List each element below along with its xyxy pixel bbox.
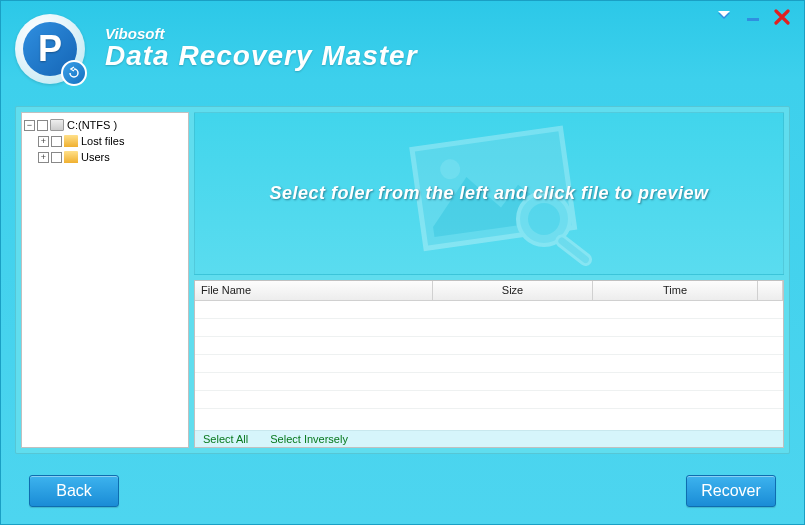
header: P Vibosoft Data Recovery Master: [1, 1, 804, 96]
tree-label: C:(NTFS ): [67, 119, 117, 131]
column-header-time[interactable]: Time: [593, 281, 758, 301]
tree-checkbox[interactable]: [51, 136, 62, 147]
svg-point-5: [528, 203, 560, 235]
main-panel: − C:(NTFS ) + Lost files + Users: [15, 106, 790, 454]
table-header: File Name Size Time: [195, 281, 783, 301]
recover-button[interactable]: Recover: [686, 475, 776, 507]
column-header-filename[interactable]: File Name: [195, 281, 433, 301]
table-row: [195, 391, 783, 409]
select-all-link[interactable]: Select All: [203, 433, 248, 445]
app-logo: P: [15, 14, 85, 84]
minimize-button[interactable]: [746, 11, 760, 23]
tree-child-row[interactable]: + Users: [24, 149, 186, 165]
file-table: File Name Size Time Select All Select In…: [194, 280, 784, 448]
close-button[interactable]: [774, 9, 790, 25]
footer: Back Recover: [1, 458, 804, 524]
select-inversely-link[interactable]: Select Inversely: [270, 433, 348, 445]
svg-rect-6: [555, 234, 593, 267]
tree-checkbox[interactable]: [37, 120, 48, 131]
tree-root-row[interactable]: − C:(NTFS ): [24, 117, 186, 133]
banner-message: Select foler from the left and click fil…: [259, 183, 718, 204]
folder-icon: [64, 151, 78, 163]
tree-checkbox[interactable]: [51, 152, 62, 163]
tree-label: Lost files: [81, 135, 124, 147]
selection-bar: Select All Select Inversely: [195, 430, 783, 447]
table-row: [195, 301, 783, 319]
titlebar-controls: [716, 9, 790, 25]
tree-label: Users: [81, 151, 110, 163]
table-row: [195, 319, 783, 337]
tree-child-row[interactable]: + Lost files: [24, 133, 186, 149]
svg-rect-0: [747, 18, 759, 21]
collapse-icon[interactable]: −: [24, 120, 35, 131]
dropdown-button[interactable]: [716, 11, 732, 23]
folder-tree[interactable]: − C:(NTFS ) + Lost files + Users: [21, 112, 189, 448]
column-header-size[interactable]: Size: [433, 281, 593, 301]
logo-letter: P: [38, 28, 62, 70]
table-row: [195, 337, 783, 355]
app-window: P Vibosoft Data Recovery Master − C:(NTF…: [0, 0, 805, 525]
app-title: Data Recovery Master: [105, 40, 418, 72]
table-body[interactable]: [195, 301, 783, 430]
table-row: [195, 355, 783, 373]
right-pane: Select foler from the left and click fil…: [194, 112, 784, 448]
expand-icon[interactable]: +: [38, 136, 49, 147]
drive-icon: [50, 119, 64, 131]
preview-banner: Select foler from the left and click fil…: [194, 112, 784, 275]
table-row: [195, 373, 783, 391]
folder-icon: [64, 135, 78, 147]
refresh-icon: [61, 60, 87, 86]
expand-icon[interactable]: +: [38, 152, 49, 163]
back-button[interactable]: Back: [29, 475, 119, 507]
column-header-extra[interactable]: [758, 281, 783, 301]
